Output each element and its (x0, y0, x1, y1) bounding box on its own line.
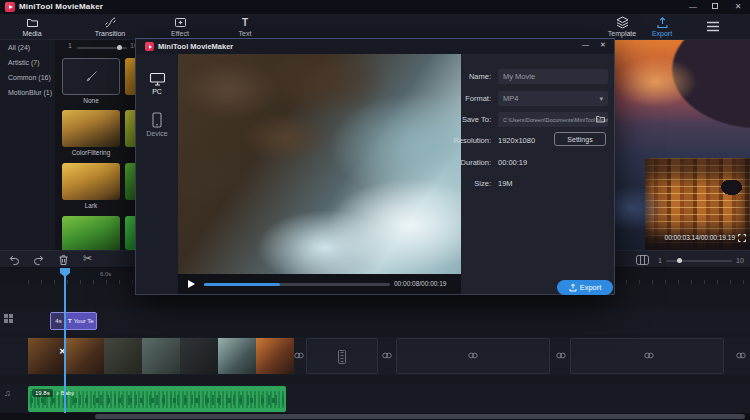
playhead-line[interactable] (64, 268, 66, 413)
sidebar-item-common[interactable]: Common (16) (8, 74, 51, 81)
size-label: Size: (391, 179, 491, 188)
effect-card-green[interactable] (62, 216, 120, 250)
timeline-scrollbar (0, 413, 750, 420)
export-progress-bar[interactable] (204, 283, 390, 286)
video-clip[interactable] (180, 338, 218, 374)
redo-icon[interactable] (33, 254, 45, 265)
split-scissors-icon[interactable]: ✂ (83, 253, 92, 264)
audio-clip-duration: 19.8s (32, 389, 53, 397)
video-clip[interactable] (66, 338, 104, 374)
toolbar-media-label: Media (0, 30, 64, 37)
size-value: 19M (498, 179, 513, 188)
phone-icon (151, 112, 163, 128)
dialog-logo-icon (145, 42, 154, 51)
text-clip[interactable]: 4s TYour Te (50, 312, 97, 330)
timeline-zoom-slider[interactable] (666, 260, 732, 262)
transition-icon (78, 16, 142, 29)
sidebar-item-motionblur[interactable]: MotionBlur (1) (8, 89, 52, 96)
format-label: Format: (391, 94, 491, 103)
effect-card-lark[interactable] (62, 163, 120, 200)
dialog-close-button[interactable]: ✕ (600, 41, 606, 49)
export-playbar: 00:00:08/00:00:19 (178, 274, 461, 294)
tab-device[interactable]: Device (136, 112, 178, 137)
window-maximize-button[interactable] (712, 3, 718, 9)
transition-slot-icon[interactable] (468, 352, 478, 359)
fullscreen-icon[interactable] (738, 234, 746, 242)
audio-clip[interactable]: 19.8s ♪ Baby (28, 386, 286, 412)
duration-label: Duration: (391, 158, 491, 167)
ruler-time-label: 6.0s (100, 271, 111, 277)
name-label: Name: (391, 72, 491, 81)
export-dialog: MiniTool MovieMaker — ✕ PC Device 00:00:… (135, 38, 615, 295)
sidebar-item-artistic[interactable]: Artistic (7) (8, 59, 40, 66)
export-upload-small-icon (569, 283, 577, 292)
text-clip-t-icon: T (68, 318, 72, 324)
timeline-zoom-slider-knob[interactable] (677, 258, 682, 263)
toolbar-effect-button[interactable]: Effect (148, 16, 212, 37)
preview-palm-silhouette (716, 180, 742, 220)
tab-device-label: Device (136, 130, 178, 137)
save-to-label: Save To: (391, 115, 491, 124)
player-preview: 00:00:03.14/00:00:19.19 (615, 40, 750, 250)
film-frame-icon[interactable] (636, 255, 649, 265)
transition-slot-icon[interactable] (294, 352, 304, 359)
tab-pc[interactable]: PC (136, 72, 178, 95)
dialog-minimize-button[interactable]: — (582, 41, 589, 48)
fx-zoom-min: 1 (68, 42, 72, 49)
name-input[interactable]: My Movie (498, 69, 608, 84)
export-progress-fill (204, 283, 280, 286)
video-clip[interactable] (256, 338, 294, 374)
export-upload-icon (630, 16, 694, 29)
timeline-zoom-max: 10 (736, 257, 744, 264)
timeline-zoom-min: 1 (658, 257, 662, 264)
text-clip-label: TYour Te (66, 313, 96, 329)
toolbar-export-label: Export (630, 30, 694, 37)
text-track-lane (0, 308, 750, 334)
empty-clip-slot[interactable] (306, 338, 378, 374)
transition-slot-icon[interactable] (382, 352, 392, 359)
format-dropdown[interactable]: MP4▾ (498, 91, 608, 106)
export-target-rail: PC Device (136, 54, 178, 294)
sidebar-item-all[interactable]: All (24) (8, 44, 30, 51)
preview-timecode: 00:00:03.14/00:00:19.19 (665, 234, 735, 241)
video-clip[interactable] (104, 338, 142, 374)
window-minimize-button[interactable]: — (685, 2, 701, 11)
toolbar-media-button[interactable]: Media (0, 16, 64, 37)
export-player-timecode: 00:00:08/00:00:19 (394, 280, 446, 287)
toolbar-text-button[interactable]: T Text (213, 16, 277, 37)
effect-card-none[interactable] (62, 58, 120, 95)
settings-button[interactable]: Settings (554, 132, 606, 146)
transition-slot-icon[interactable] (556, 352, 566, 359)
timeline-scrollbar-thumb[interactable] (95, 414, 745, 419)
effect-card-colorfiltering[interactable] (62, 110, 120, 147)
fx-zoom-slider-knob[interactable] (117, 45, 122, 50)
titlebar: MiniTool MovieMaker — ✕ (0, 0, 750, 14)
browse-folder-icon[interactable] (596, 115, 605, 123)
window-close-button[interactable]: ✕ (730, 2, 746, 11)
undo-icon[interactable] (8, 254, 20, 265)
transition-slot-icon[interactable] (644, 352, 654, 359)
effects-category-sidebar: All (24) Artistic (7) Common (16) Motion… (0, 40, 55, 250)
toolbar-transition-button[interactable]: Transition (78, 16, 142, 37)
app-title: MiniTool MovieMaker (19, 2, 103, 11)
transition-slot-icon[interactable] (736, 352, 746, 359)
app-logo-icon (5, 2, 15, 12)
video-clip[interactable] (142, 338, 180, 374)
delete-trash-icon[interactable] (58, 254, 69, 266)
toolbar-effect-label: Effect (148, 30, 212, 37)
video-clip[interactable] (28, 338, 66, 374)
app-window: MiniTool MovieMaker — ✕ Media Transition… (0, 0, 750, 420)
video-clip[interactable] (218, 338, 256, 374)
tab-pc-label: PC (136, 88, 178, 95)
media-folder-icon (0, 16, 64, 29)
toolbar-export-button[interactable]: Export (630, 16, 694, 37)
effect-label-colorfiltering: ColorFiltering (62, 149, 120, 156)
play-button[interactable] (188, 280, 195, 288)
text-track-icon (4, 314, 13, 323)
film-strip-icon (336, 350, 348, 364)
preview-water (615, 172, 685, 232)
save-to-input[interactable]: C:\Users\Doreen\Documents\MiniTool Movie… (498, 112, 608, 127)
menu-hamburger-icon[interactable] (706, 21, 720, 32)
export-confirm-button[interactable]: Export (557, 280, 613, 295)
export-dialog-titlebar: MiniTool MovieMaker — ✕ (136, 39, 614, 54)
